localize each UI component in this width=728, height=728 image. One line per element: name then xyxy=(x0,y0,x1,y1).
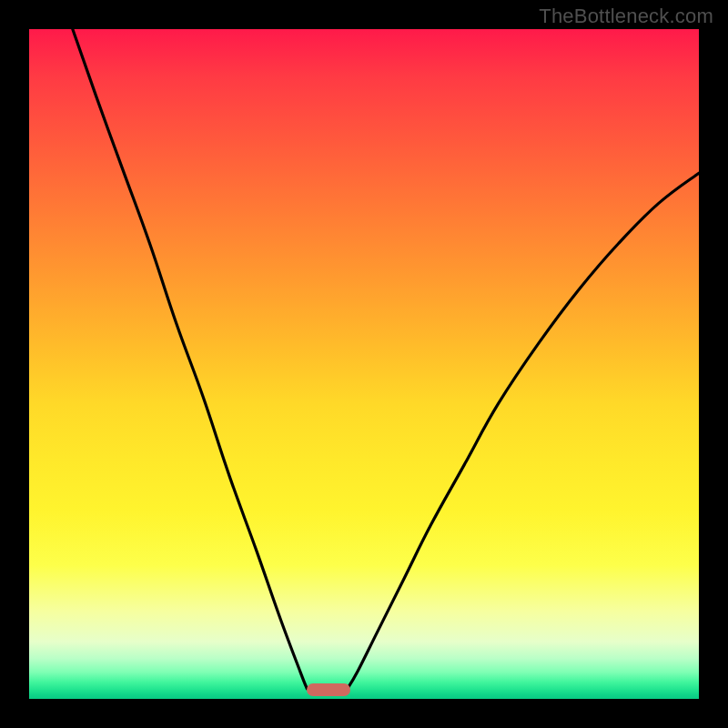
optimal-marker xyxy=(307,683,350,696)
plot-area xyxy=(29,29,699,699)
bottleneck-curve xyxy=(29,29,699,699)
watermark-text: TheBottleneck.com xyxy=(539,5,713,28)
curve-path xyxy=(73,29,699,689)
chart-frame: TheBottleneck.com xyxy=(0,0,728,728)
